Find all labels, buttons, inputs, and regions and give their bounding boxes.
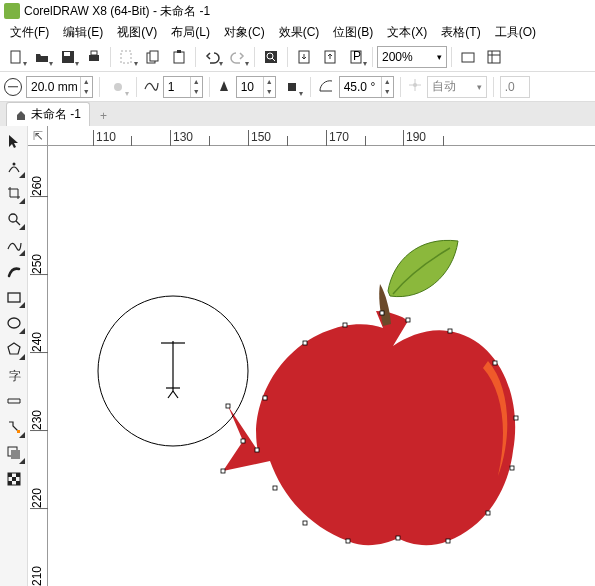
open-button[interactable] [30, 45, 54, 69]
copy-button[interactable] [141, 45, 165, 69]
connector-tool[interactable] [3, 416, 25, 438]
svg-point-24 [8, 318, 20, 328]
svg-rect-44 [510, 466, 514, 470]
separator [99, 77, 100, 97]
menu-edit[interactable]: 编辑(E) [57, 22, 109, 43]
drawing-canvas[interactable] [48, 146, 595, 586]
svg-rect-19 [288, 83, 296, 91]
apple-body [223, 311, 515, 545]
text-tool[interactable]: 字 [3, 364, 25, 386]
menu-file[interactable]: 文件(F) [4, 22, 55, 43]
redo-button[interactable] [226, 45, 250, 69]
svg-rect-49 [303, 521, 307, 525]
shape-tool[interactable] [3, 156, 25, 178]
save-button[interactable] [56, 45, 80, 69]
fullscreen-button[interactable] [456, 45, 480, 69]
svg-rect-17 [488, 51, 500, 63]
svg-rect-33 [8, 481, 12, 485]
menu-table[interactable]: 表格(T) [435, 22, 486, 43]
eraser-shape-icon[interactable] [4, 78, 22, 96]
svg-rect-9 [177, 50, 181, 53]
app-logo-icon [4, 3, 20, 19]
svg-rect-43 [514, 416, 518, 420]
svg-rect-2 [64, 52, 70, 56]
svg-rect-28 [11, 450, 20, 459]
rectangle-tool[interactable] [3, 286, 25, 308]
menu-view[interactable]: 视图(V) [111, 22, 163, 43]
new-tab-button[interactable]: + [92, 106, 115, 126]
import-button[interactable] [292, 45, 316, 69]
menu-object[interactable]: 对象(C) [218, 22, 271, 43]
horizontal-ruler[interactable]: 110130150170190 [48, 126, 595, 146]
svg-point-22 [9, 214, 17, 222]
nib-shape-button[interactable] [280, 75, 304, 99]
angle-icon [317, 76, 335, 97]
undo-button[interactable] [200, 45, 224, 69]
pick-tool[interactable] [3, 130, 25, 152]
separator [287, 47, 288, 67]
svg-rect-47 [396, 536, 400, 540]
svg-rect-36 [263, 396, 267, 400]
svg-text:字: 字 [9, 369, 21, 383]
polygon-tool[interactable] [3, 338, 25, 360]
crop-tool[interactable] [3, 182, 25, 204]
svg-rect-37 [303, 341, 307, 345]
svg-rect-3 [89, 55, 99, 61]
last-input[interactable]: .0 [500, 76, 530, 98]
stroke-input[interactable]: 1▲▼ [163, 76, 203, 98]
separator [195, 47, 196, 67]
eraser-size-input[interactable]: 20.0 mm▲▼ [26, 76, 93, 98]
svg-rect-38 [343, 323, 347, 327]
nib-input[interactable]: 10▲▼ [236, 76, 276, 98]
menu-effect[interactable]: 效果(C) [273, 22, 326, 43]
svg-rect-39 [380, 311, 384, 315]
svg-rect-53 [226, 404, 230, 408]
cut-button[interactable] [115, 45, 139, 69]
show-rulers-button[interactable] [482, 45, 506, 69]
search-button[interactable] [259, 45, 283, 69]
svg-rect-41 [448, 329, 452, 333]
svg-rect-30 [8, 473, 12, 477]
menu-bitmap[interactable]: 位图(B) [327, 22, 379, 43]
vertical-ruler[interactable]: 260250240230220210 [28, 146, 48, 586]
menu-text[interactable]: 文本(X) [381, 22, 433, 43]
svg-rect-42 [493, 361, 497, 365]
publish-button[interactable]: P [344, 45, 368, 69]
standard-toolbar: P 200% [0, 42, 595, 72]
mode-select[interactable]: 自动 [427, 76, 487, 98]
parallel-dim-tool[interactable] [3, 390, 25, 412]
print-button[interactable] [82, 45, 106, 69]
export-button[interactable] [318, 45, 342, 69]
zoom-tool[interactable] [3, 208, 25, 230]
menu-tools[interactable]: 工具(O) [489, 22, 542, 43]
workspace: 字 ⇱ 110130150170190 260250240230220210 [0, 126, 595, 586]
svg-rect-26 [17, 430, 20, 433]
separator [400, 77, 401, 97]
ellipse-tool[interactable] [3, 312, 25, 334]
svg-line-58 [173, 391, 178, 398]
separator [310, 77, 311, 97]
freehand-icon [143, 77, 159, 96]
svg-point-20 [413, 83, 417, 87]
svg-rect-51 [221, 469, 225, 473]
new-button[interactable] [4, 45, 28, 69]
transparency-tool[interactable] [3, 468, 25, 490]
svg-point-21 [12, 163, 15, 166]
freehand-tool[interactable] [3, 234, 25, 256]
angle-input[interactable]: 45.0 °▲▼ [339, 76, 394, 98]
reduce-nodes-button[interactable] [106, 75, 130, 99]
svg-rect-52 [241, 439, 245, 443]
drop-shadow-tool[interactable] [3, 442, 25, 464]
menu-layout[interactable]: 布局(L) [165, 22, 216, 43]
paste-button[interactable] [167, 45, 191, 69]
svg-rect-23 [8, 293, 20, 302]
ruler-origin[interactable]: ⇱ [28, 126, 48, 146]
separator [254, 47, 255, 67]
artistic-media-tool[interactable] [3, 260, 25, 282]
separator [451, 47, 452, 67]
document-tab[interactable]: 未命名 -1 [6, 102, 90, 126]
zoom-level-select[interactable]: 200% [377, 46, 447, 68]
separator [372, 47, 373, 67]
svg-rect-45 [486, 511, 490, 515]
svg-rect-32 [12, 477, 16, 481]
